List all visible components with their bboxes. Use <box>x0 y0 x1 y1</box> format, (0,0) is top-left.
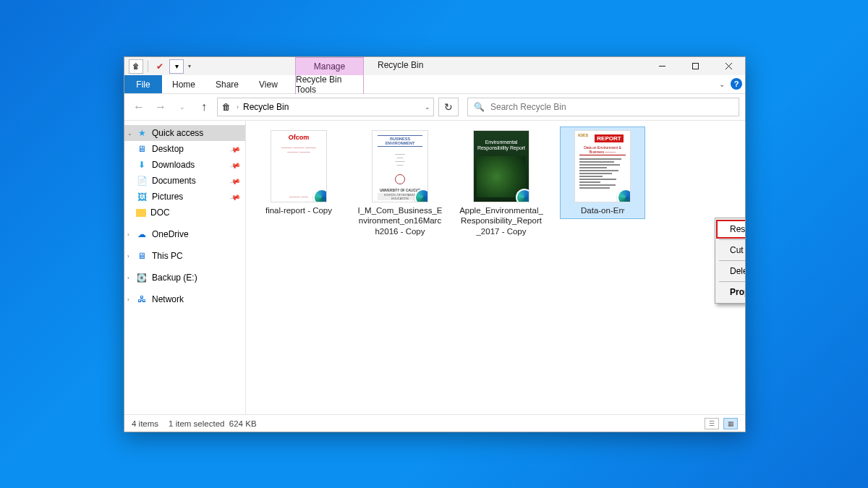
close-button[interactable] <box>712 57 745 75</box>
file-name: final-report - Copy <box>265 205 332 215</box>
sidebar-item-pictures[interactable]: 🖼Pictures📌 <box>124 189 245 205</box>
file-item[interactable]: Environmental Responsibility Report Appl… <box>459 127 544 240</box>
nav-forward-button[interactable]: → <box>152 98 169 116</box>
context-menu-restore[interactable]: Restore <box>717 221 745 238</box>
status-bar: 4 items 1 item selected 624 KB ☰ ▦ <box>124 414 745 432</box>
search-placeholder: Search Recycle Bin <box>490 102 566 112</box>
thumb-title: Environmental Responsibility Report <box>477 140 526 152</box>
sidebar-item-documents[interactable]: 📄Documents📌 <box>124 173 245 189</box>
sidebar-item-label: This PC <box>152 251 183 261</box>
sidebar-item-label: Documents <box>152 176 196 186</box>
status-selection: 1 item selected 624 KB <box>169 419 256 428</box>
pin-icon: 📌 <box>229 175 241 187</box>
cloud-icon: ☁ <box>136 229 148 239</box>
file-name: Data-on-Environment-report - Copy <box>581 205 624 215</box>
context-menu-cut[interactable]: Cut <box>717 241 745 259</box>
file-thumbnail: Ofcom ——— ——— —————— ——— ——— —— <box>271 130 327 202</box>
file-item[interactable]: Ofcom ——— ——— —————— ——— ——— —— final-re… <box>256 127 341 219</box>
pin-icon: 📌 <box>229 143 241 155</box>
edge-overlay-icon <box>617 189 631 202</box>
file-tab[interactable]: File <box>124 75 162 93</box>
file-thumbnail: IGES REPORT Data on Environment & Busine… <box>574 130 631 202</box>
window-body: ⌄ ★ Quick access 🖥Desktop📌 ⬇Downloads📌 📄… <box>124 120 745 414</box>
sidebar-item-desktop[interactable]: 🖥Desktop📌 <box>124 141 245 157</box>
folder-icon <box>136 209 146 217</box>
documents-icon: 📄 <box>136 176 148 186</box>
chevron-right-icon[interactable]: › <box>127 296 129 303</box>
nav-back-button[interactable]: ← <box>130 98 148 116</box>
context-menu-separator <box>719 239 745 240</box>
edge-overlay-icon <box>313 189 327 202</box>
sidebar-item-label: Pictures <box>152 192 183 202</box>
file-item-selected[interactable]: IGES REPORT Data on Environment & Busine… <box>560 127 645 219</box>
nav-up-button[interactable]: ↑ <box>195 98 213 116</box>
context-menu-delete[interactable]: Delete <box>717 262 745 280</box>
chevron-down-icon[interactable]: ⌄ <box>127 130 132 137</box>
qat-dropdown-icon[interactable]: ▾ <box>169 59 184 74</box>
breadcrumb-separator: › <box>237 103 239 111</box>
view-large-icons-button[interactable]: ▦ <box>723 418 738 429</box>
sidebar-item-label: Network <box>152 294 184 304</box>
quick-access-toolbar: 🗑 ✔ ▾ ▾ <box>124 57 197 75</box>
edge-overlay-icon <box>516 189 529 202</box>
file-item[interactable]: BUSINESS ENVIRONMENT —————————— UNIVERSI… <box>357 127 443 240</box>
pictures-icon: 🖼 <box>136 192 148 202</box>
window-title: Recycle Bin <box>378 60 423 70</box>
sidebar-item-backup-drive[interactable]: ›💽Backup (E:) <box>124 270 245 286</box>
tab-view[interactable]: View <box>249 75 288 93</box>
address-bar[interactable]: 🗑 › Recycle Bin ⌄ <box>217 98 434 116</box>
navigation-pane[interactable]: ⌄ ★ Quick access 🖥Desktop📌 ⬇Downloads📌 📄… <box>124 121 246 414</box>
search-box[interactable]: 🔍 Search Recycle Bin <box>467 98 739 116</box>
context-menu-separator <box>719 260 745 261</box>
sidebar-item-label: Downloads <box>152 160 195 170</box>
maximize-button[interactable] <box>678 57 712 75</box>
sidebar-item-network[interactable]: ›🖧Network <box>124 291 245 307</box>
sidebar-item-onedrive[interactable]: ›☁OneDrive <box>124 226 245 242</box>
recycle-bin-icon[interactable]: 🗑 <box>129 59 143 74</box>
ribbon-right-controls: ⌄ ? <box>719 78 742 90</box>
desktop-icon: 🖥 <box>136 144 148 154</box>
file-name: I_M_Com_Business_Environment_on16March20… <box>357 205 443 236</box>
qat-divider <box>148 61 148 72</box>
view-details-button[interactable]: ☰ <box>705 418 719 429</box>
tab-share[interactable]: Share <box>205 75 249 93</box>
svg-rect-1 <box>692 64 698 69</box>
context-menu-properties[interactable]: Properties <box>717 283 745 301</box>
qat-checkmark-icon[interactable]: ✔ <box>153 59 167 74</box>
ribbon-expand-icon[interactable]: ⌄ <box>719 80 725 88</box>
file-name: Apple_Environmental_Responsibility_Repor… <box>459 205 544 236</box>
chevron-right-icon[interactable]: › <box>127 253 129 260</box>
file-list-pane[interactable]: Ofcom ——— ——— —————— ——— ——— —— final-re… <box>246 121 745 414</box>
minimize-button[interactable] <box>645 57 678 75</box>
sidebar-item-this-pc[interactable]: ›🖥This PC <box>124 248 245 264</box>
sidebar-item-downloads[interactable]: ⬇Downloads📌 <box>124 157 245 173</box>
sidebar-item-label: Quick access <box>152 128 203 138</box>
context-menu-separator <box>719 281 745 282</box>
sidebar-quick-access[interactable]: ⌄ ★ Quick access <box>124 125 245 141</box>
ribbon-tabs: File Home Share View Recycle Bin Tools ⌄… <box>124 75 745 94</box>
address-dropdown-icon[interactable]: ⌄ <box>425 103 430 111</box>
drive-icon: 💽 <box>136 273 148 283</box>
sidebar-item-doc-folder[interactable]: DOC <box>124 205 245 221</box>
breadcrumb[interactable]: Recycle Bin <box>243 102 289 112</box>
downloads-icon: ⬇ <box>136 160 148 170</box>
thumb-title: BUSINESS ENVIRONMENT <box>378 135 422 147</box>
star-icon: ★ <box>136 128 148 138</box>
status-item-count: 4 items <box>132 419 158 428</box>
nav-recent-dropdown[interactable]: ⌄ <box>174 98 191 116</box>
chevron-right-icon[interactable]: › <box>127 231 129 238</box>
pc-icon: 🖥 <box>136 251 148 261</box>
qat-customize-icon[interactable]: ▾ <box>186 59 193 74</box>
help-icon[interactable]: ? <box>731 78 742 90</box>
refresh-button[interactable]: ↻ <box>438 98 459 116</box>
thumb-report-badge: REPORT <box>595 134 623 142</box>
window-controls <box>645 57 745 75</box>
tab-home[interactable]: Home <box>162 75 205 93</box>
files-container: Ofcom ——— ——— —————— ——— ——— —— final-re… <box>256 127 735 240</box>
pin-icon: 📌 <box>229 159 241 171</box>
file-thumbnail: BUSINESS ENVIRONMENT —————————— UNIVERSI… <box>372 130 428 202</box>
edge-overlay-icon <box>414 189 428 202</box>
chevron-right-icon[interactable]: › <box>127 275 129 281</box>
tab-recycle-bin-tools[interactable]: Recycle Bin Tools <box>295 75 364 94</box>
thumb-brand-text: Ofcom <box>274 134 323 141</box>
